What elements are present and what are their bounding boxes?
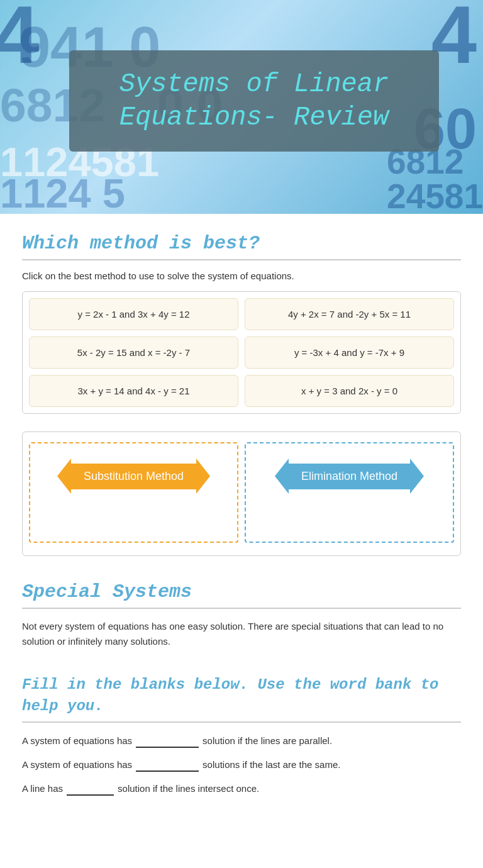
elimination-panel: Elimination Method <box>245 442 454 543</box>
equation-cell-4[interactable]: y = -3x + 4 and y = -7x + 9 <box>245 337 454 369</box>
fill-in-blanks-section: Fill in the blanks below. Use the word b… <box>22 674 461 796</box>
methods-container: Substitution Method Elimination Method <box>22 431 461 556</box>
fill-row-3-after: solution if the lines intersect once. <box>118 783 259 794</box>
instruction-text: Click on the best method to use to solve… <box>22 270 461 281</box>
fill-row-3: A line has solution if the lines interse… <box>22 781 461 796</box>
fill-row-1-before: A system of equations has <box>22 735 132 746</box>
equation-cell-6[interactable]: x + y = 3 and 2x - y = 0 <box>245 375 454 407</box>
fill-row-1: A system of equations has solution if th… <box>22 733 461 748</box>
special-systems-text: Not every system of equations has one ea… <box>22 619 461 649</box>
substitution-button[interactable]: Substitution Method <box>71 464 196 489</box>
fill-row-2: A system of equations has solutions if t… <box>22 757 461 772</box>
divider-3 <box>22 721 461 723</box>
special-systems-section: Special Systems Not every system of equa… <box>22 581 461 649</box>
fill-blank-3[interactable] <box>67 781 114 796</box>
elimination-button[interactable]: Elimination Method <box>289 464 410 489</box>
substitution-arrow-left <box>57 459 71 494</box>
elimination-arrow-left <box>275 459 289 494</box>
equation-cell-3[interactable]: 5x - 2y = 15 and x = -2y - 7 <box>29 337 238 369</box>
divider-1 <box>22 259 461 260</box>
fill-row-1-after: solution if the lines are parallel. <box>203 735 332 746</box>
header: 4 4 60 681224581 941 0 6812 0 0 1124581 … <box>0 0 483 214</box>
elimination-arrow-right <box>410 459 424 494</box>
header-title-box: Systems of Linear Equations- Review <box>69 50 439 152</box>
deco-bottom-numbers2: 1124 5 <box>0 173 125 214</box>
divider-2 <box>22 608 461 609</box>
special-systems-heading: Special Systems <box>22 581 461 603</box>
main-content: Which method is best? Click on the best … <box>0 214 483 833</box>
fill-row-2-before: A system of equations has <box>22 759 132 770</box>
deco-small-numbers: 681224581 <box>387 145 483 214</box>
page-title: Systems of Linear Equations- Review <box>88 68 420 134</box>
fill-row-3-before: A line has <box>22 783 63 794</box>
substitution-arrow-right <box>196 459 210 494</box>
substitution-panel: Substitution Method <box>29 442 238 543</box>
equation-cell-1[interactable]: y = 2x - 1 and 3x + 4y = 12 <box>29 298 238 330</box>
equation-cell-2[interactable]: 4y + 2x = 7 and -2y + 5x = 11 <box>245 298 454 330</box>
equation-cell-5[interactable]: 3x + y = 14 and 4x - y = 21 <box>29 375 238 407</box>
fill-in-blanks-heading: Fill in the blanks below. Use the word b… <box>22 674 461 716</box>
elimination-ribbon[interactable]: Elimination Method <box>275 459 424 494</box>
equation-grid: y = 2x - 1 and 3x + 4y = 12 4y + 2x = 7 … <box>22 291 461 414</box>
fill-blank-1[interactable] <box>136 733 199 748</box>
which-method-heading: Which method is best? <box>22 233 461 254</box>
fill-blank-2[interactable] <box>136 757 199 772</box>
substitution-ribbon[interactable]: Substitution Method <box>57 459 210 494</box>
fill-row-2-after: solutions if the last are the same. <box>203 759 340 770</box>
